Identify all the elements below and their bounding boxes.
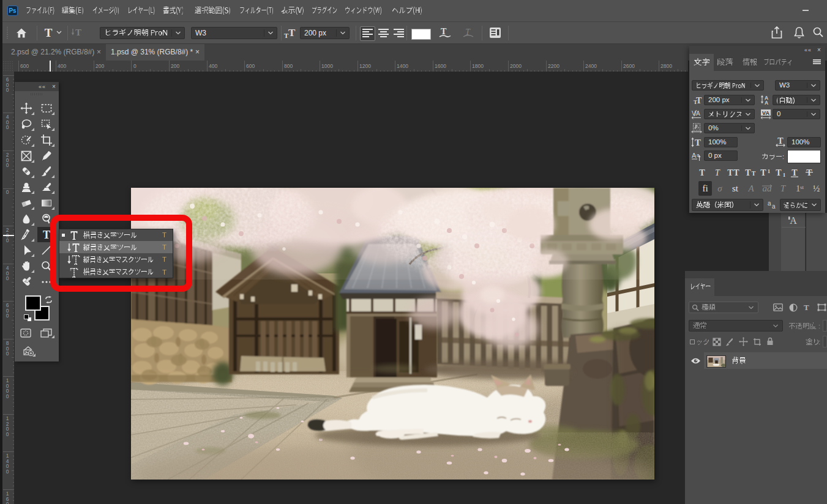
svg-text:fi: fi	[702, 183, 708, 193]
svg-text:1: 1	[768, 168, 771, 174]
svg-text:a: a	[772, 203, 776, 210]
svg-text:A: A	[765, 100, 768, 105]
svg-text:T: T	[745, 168, 751, 177]
svg-text:A: A	[696, 110, 700, 117]
svg-text:T: T	[776, 168, 782, 177]
svg-text:1: 1	[783, 172, 786, 177]
svg-text:T: T	[752, 170, 756, 177]
svg-text:T: T	[715, 168, 720, 177]
svg-text:st: st	[800, 184, 804, 190]
svg-text:σ: σ	[717, 183, 722, 193]
svg-text:T: T	[441, 27, 447, 36]
svg-text:T: T	[733, 168, 739, 177]
svg-text:T: T	[760, 168, 766, 177]
svg-text:T: T	[699, 168, 705, 177]
svg-text:T: T	[696, 96, 702, 105]
svg-text:T: T	[42, 229, 50, 241]
svg-text:T: T	[695, 138, 701, 147]
svg-text:T: T	[780, 183, 787, 193]
svg-text:VA: VA	[762, 110, 769, 116]
svg-text:st: st	[732, 183, 739, 193]
svg-text:a: a	[768, 200, 771, 207]
svg-text:T: T	[806, 168, 812, 177]
svg-text:A: A	[747, 183, 754, 193]
svg-text:T: T	[727, 168, 733, 177]
svg-text:T: T	[75, 28, 81, 37]
svg-text:T: T	[791, 168, 798, 177]
svg-text:A: A	[790, 215, 797, 225]
svg-text:A: A	[692, 152, 697, 159]
svg-text:T: T	[777, 137, 784, 146]
svg-text:½: ½	[813, 183, 820, 193]
